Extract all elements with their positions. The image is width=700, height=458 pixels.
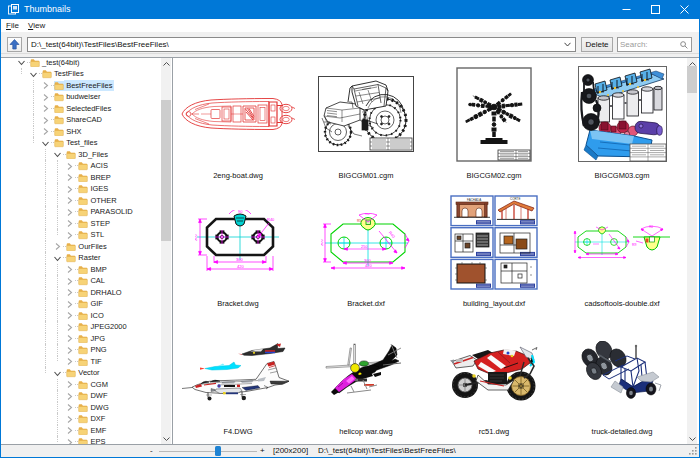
tree-item-JPEG2000[interactable]: JPEG2000 xyxy=(1,321,161,333)
tree-item-_test(64bit)[interactable]: _test(64bit) xyxy=(1,58,161,68)
chevron-collapsed-icon[interactable] xyxy=(65,346,74,355)
chevron-collapsed-icon[interactable] xyxy=(53,242,62,251)
chevron-collapsed-icon[interactable] xyxy=(41,93,50,102)
chevron-expanded-icon[interactable] xyxy=(41,139,50,148)
tree-item-TestFiles[interactable]: TestFiles xyxy=(1,68,161,80)
tree-item-EPS[interactable]: EPS xyxy=(1,436,161,444)
thumbnail-cadsofttools-double[interactable]: R9 90 cadsoftools-double.dxf xyxy=(558,188,686,316)
tree-item-CAL[interactable]: CAL xyxy=(1,275,161,287)
tree-item-label[interactable]: PNG xyxy=(88,344,108,356)
tree-item-DXF[interactable]: DXF xyxy=(1,413,161,425)
tree-item-label[interactable]: IGES xyxy=(88,183,110,195)
tree-item-label[interactable]: DWG xyxy=(88,402,110,414)
chevron-collapsed-icon[interactable] xyxy=(65,438,74,444)
tree-item-label[interactable]: EMF xyxy=(88,425,108,437)
tree-item-label[interactable]: Test_files xyxy=(64,137,99,149)
tree-item-label[interactable]: 3D_Files xyxy=(76,149,110,161)
tree-item-label[interactable]: Raster xyxy=(76,252,102,264)
tree-item-budweiser[interactable]: budweiser xyxy=(1,91,161,103)
chevron-collapsed-icon[interactable] xyxy=(65,288,74,297)
tree-item-BestFreeFiles[interactable]: BestFreeFiles xyxy=(1,80,161,92)
chevron-collapsed-icon[interactable] xyxy=(65,208,74,217)
tree-item-label[interactable]: ShareCAD xyxy=(64,114,104,126)
chevron-collapsed-icon[interactable] xyxy=(65,162,74,171)
chevron-collapsed-icon[interactable] xyxy=(65,415,74,424)
thumbnail-2eng-boat[interactable]: 2eng-boat.dwg xyxy=(174,60,302,188)
chevron-collapsed-icon[interactable] xyxy=(41,116,50,125)
chevron-collapsed-icon[interactable] xyxy=(65,265,74,274)
chevron-expanded-icon[interactable] xyxy=(53,254,62,263)
scroll-down-icon[interactable] xyxy=(161,433,171,444)
thumbnail-truck-detailed[interactable]: truck-detailed.dwg xyxy=(558,316,686,444)
tree-item-label[interactable]: ICO xyxy=(88,310,105,322)
tree-item-label[interactable]: _test(64bit) xyxy=(40,58,82,68)
chevron-collapsed-icon[interactable] xyxy=(65,403,74,412)
tree-item-PARASOLID[interactable]: PARASOLID xyxy=(1,206,161,218)
tree-item-label[interactable]: PARASOLID xyxy=(88,206,134,218)
tree-item-label[interactable]: STEP xyxy=(88,218,112,230)
thumbnail-bigcgm01[interactable]: BIGCGM01.cgm xyxy=(302,60,430,188)
chevron-expanded-icon[interactable] xyxy=(53,150,62,159)
tree-item-ACIS[interactable]: ACIS xyxy=(1,160,161,172)
thumbnail-bigcgm02[interactable]: BIGCGM02.cgm xyxy=(430,60,558,188)
tree-scrollbar[interactable] xyxy=(161,58,171,444)
thumbnail-f4[interactable]: F4.DWG xyxy=(174,316,302,444)
chevron-collapsed-icon[interactable] xyxy=(41,104,50,113)
chevron-collapsed-icon[interactable] xyxy=(65,311,74,320)
tree-item-OTHER[interactable]: OTHER xyxy=(1,195,161,207)
chevron-expanded-icon[interactable] xyxy=(29,70,38,79)
tree-item-EMF[interactable]: EMF xyxy=(1,425,161,437)
tree-item-label[interactable]: JPG xyxy=(88,333,107,345)
tree-item-ICO[interactable]: ICO xyxy=(1,310,161,322)
menu-file[interactable]: File xyxy=(6,19,19,32)
chevron-collapsed-icon[interactable] xyxy=(65,380,74,389)
tree-item-JPG[interactable]: JPG xyxy=(1,333,161,345)
tree-item-BMP[interactable]: BMP xyxy=(1,264,161,276)
chevron-collapsed-icon[interactable] xyxy=(65,426,74,435)
chevron-expanded-icon[interactable] xyxy=(17,58,26,67)
thumbnail-helicop-war[interactable]: helicop war.dwg xyxy=(302,316,430,444)
slider-thumb[interactable] xyxy=(215,446,221,456)
tree-item-label[interactable]: CAL xyxy=(88,275,107,287)
tree-item-SHX[interactable]: SHX xyxy=(1,126,161,138)
thumbnails-scrollbar[interactable] xyxy=(687,58,697,444)
tree-item-label[interactable]: Vector xyxy=(76,367,101,379)
tree-item-DWG[interactable]: DWG xyxy=(1,402,161,414)
up-folder-button[interactable] xyxy=(7,37,22,52)
tree-item-CGM[interactable]: CGM xyxy=(1,379,161,391)
resize-grip[interactable] xyxy=(689,447,697,455)
tree-item-OurFiles[interactable]: OurFiles xyxy=(1,241,161,253)
tree-item-BREP[interactable]: BREP xyxy=(1,172,161,184)
tree-item-label[interactable]: budweiser xyxy=(64,91,102,103)
tree-item-label[interactable]: CGM xyxy=(88,379,110,391)
delete-button[interactable]: Delete xyxy=(581,37,613,52)
thumbnails-scrollbar-thumb[interactable] xyxy=(687,66,697,93)
tree-item-IGES[interactable]: IGES xyxy=(1,183,161,195)
tree-item-label[interactable]: STL xyxy=(88,229,106,241)
scroll-up-icon[interactable] xyxy=(161,58,171,69)
chevron-collapsed-icon[interactable] xyxy=(65,173,74,182)
thumbnail-size-slider[interactable] xyxy=(159,445,257,457)
thumbnail-building-layout[interactable]: FACHADA CORTE xyxy=(430,188,558,316)
search-input[interactable] xyxy=(620,38,680,51)
tree-item-Raster[interactable]: Raster xyxy=(1,252,161,264)
tree-scrollbar-thumb[interactable] xyxy=(161,100,171,241)
tree-item-STL[interactable]: STL xyxy=(1,229,161,241)
minimize-button[interactable] xyxy=(612,0,641,19)
tree-item-GIF[interactable]: GIF xyxy=(1,298,161,310)
tree-item-label[interactable]: BMP xyxy=(88,264,108,276)
tree-item-PNG[interactable]: PNG xyxy=(1,344,161,356)
chevron-collapsed-icon[interactable] xyxy=(65,277,74,286)
tree-item-label[interactable]: DXF xyxy=(88,413,107,425)
tree-item-Vector[interactable]: Vector xyxy=(1,367,161,379)
close-button[interactable] xyxy=(670,0,699,19)
chevron-collapsed-icon[interactable] xyxy=(65,300,74,309)
tree-item-label[interactable]: SelectedFiles xyxy=(64,103,113,115)
tree-item-label[interactable]: TIF xyxy=(88,356,103,368)
tree-item-label[interactable]: DRHALO xyxy=(88,287,123,299)
menu-view[interactable]: View xyxy=(28,19,45,32)
zoom-out-label[interactable]: - xyxy=(150,445,153,457)
tree-item-STEP[interactable]: STEP xyxy=(1,218,161,230)
maximize-button[interactable] xyxy=(641,0,670,19)
chevron-collapsed-icon[interactable] xyxy=(65,334,74,343)
